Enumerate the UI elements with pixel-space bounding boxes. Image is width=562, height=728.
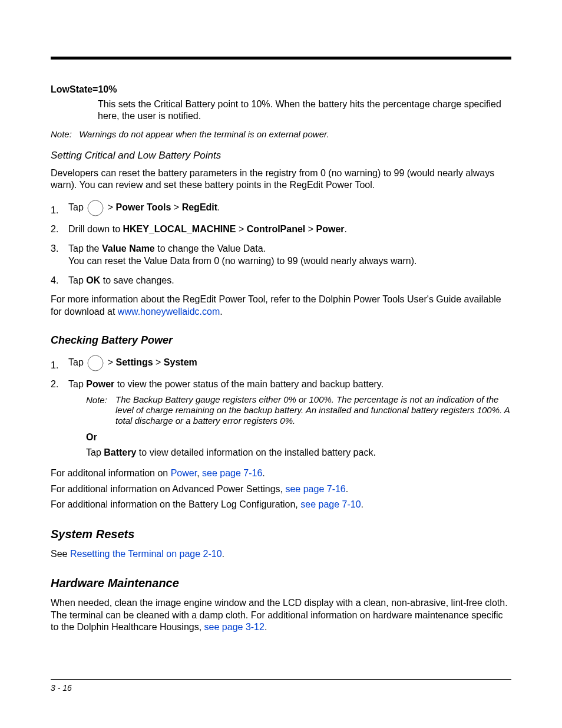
step-text: Tap — [68, 275, 86, 285]
step-sep: > — [153, 357, 164, 367]
link-resetting-terminal[interactable]: Resetting the Terminal on page 2-10 — [70, 549, 222, 559]
step-text: Tap the — [68, 243, 102, 253]
heading-setting-points: Setting Critical and Low Battery Points — [51, 150, 511, 162]
step-end: . — [345, 224, 347, 234]
note-text: Warnings do not appear when the terminal… — [79, 129, 329, 139]
step-sep: > — [236, 224, 247, 234]
para-end: . — [265, 622, 267, 632]
checking-step-1: Tap > Settings > System — [51, 355, 511, 371]
link-honeywell[interactable]: www.honeywellaidc.com — [118, 307, 220, 317]
para-end: . — [220, 307, 222, 317]
backup-battery-note: Note: The Backup Battery gauge registers… — [86, 394, 511, 426]
setting-step-1: Tap > Power Tools > RegEdit. — [51, 200, 511, 216]
para-text: For additional information on Advanced P… — [51, 484, 285, 494]
para-text: See — [51, 549, 70, 559]
info-battery-log: For additional information on the Batter… — [51, 499, 511, 510]
note-label: Note: — [86, 394, 115, 426]
link-page-7-16[interactable]: see page 7-16 — [202, 468, 262, 478]
top-rule — [51, 57, 511, 60]
link-power[interactable]: Power — [171, 468, 197, 478]
info-power: For additonal information on Power, see … — [51, 467, 511, 479]
note-text: The Backup Battery gauge registers eithe… — [115, 394, 511, 426]
step-text: Tap — [68, 379, 86, 389]
para-text: , — [197, 468, 202, 478]
step-bold: Value Name — [102, 243, 155, 253]
step-bold: Settings — [115, 357, 153, 367]
step-bold: ControlPanel — [247, 224, 306, 234]
para-end: . — [262, 468, 265, 478]
page-number: 3 - 16 — [51, 683, 72, 693]
step-bold: Power — [86, 379, 114, 389]
definition-body: This sets the Critical Battery point to … — [98, 98, 511, 122]
setting-step-3: Tap the Value Name to change the Value D… — [51, 242, 511, 268]
setting-more-info: For more information about the RegEdit P… — [51, 294, 511, 318]
windows-start-icon — [87, 355, 104, 371]
step-end: to view the power status of the main bat… — [114, 379, 384, 389]
step-text: You can reset the Value Data from 0 (no … — [68, 256, 416, 266]
step-text: Tap — [68, 357, 86, 367]
or-label: Or — [86, 431, 511, 444]
link-page-3-12[interactable]: see page 3-12 — [204, 622, 265, 632]
heading-system-resets: System Resets — [51, 528, 511, 541]
checking-steps: Tap > Settings > System Tap Power to vie… — [51, 355, 511, 459]
page-footer: 3 - 16 — [51, 679, 511, 693]
para-text: When needed, clean the image engine wind… — [51, 598, 508, 632]
para-end: . — [361, 499, 363, 509]
heading-checking-battery: Checking Battery Power — [51, 334, 511, 347]
info-advanced-power: For additional information on Advanced P… — [51, 483, 511, 495]
step-sep: > — [171, 202, 181, 212]
step-text: to change the Value Data. — [155, 243, 266, 253]
checking-step-2: Tap Power to view the power status of th… — [51, 378, 511, 459]
link-page-7-10[interactable]: see page 7-10 — [300, 499, 361, 509]
step-bold: System — [164, 357, 197, 367]
step-bold: Power — [316, 224, 345, 234]
heading-hardware-maintenance: Hardware Maintenance — [51, 577, 511, 590]
svg-point-1 — [88, 355, 103, 371]
step-sep: > — [105, 357, 115, 367]
step-text: Tap — [68, 202, 86, 212]
para-text: For additional information on the Batter… — [51, 499, 300, 509]
or-text: Tap — [86, 447, 104, 457]
definition-term: LowState=10% — [51, 84, 511, 95]
para-end: . — [346, 484, 348, 494]
para-text: For additonal information on — [51, 468, 171, 478]
step-bold: Power Tools — [115, 202, 171, 212]
setting-step-2: Drill down to HKEY_LOCAL_MACHINE > Contr… — [51, 223, 511, 236]
step-bold: RegEdit — [182, 202, 217, 212]
setting-steps: Tap > Power Tools > RegEdit. Drill down … — [51, 200, 511, 286]
setting-intro: Developers can reset the battery paramet… — [51, 167, 511, 192]
or-body: Tap Battery to view detailed information… — [86, 447, 511, 459]
step-bold: HKEY_LOCAL_MACHINE — [123, 224, 236, 234]
step-sep: > — [105, 202, 115, 212]
note-external-power: Note: Warnings do not appear when the te… — [51, 129, 511, 139]
or-end: to view detailed information on the inst… — [136, 447, 375, 457]
step-end: to save changes. — [100, 275, 174, 285]
step-sep: > — [305, 224, 316, 234]
windows-start-icon — [87, 200, 104, 216]
system-resets-para: See Resetting the Terminal on page 2-10. — [51, 548, 511, 560]
para-end: . — [222, 549, 224, 559]
or-block: Or Tap Battery to view detailed informat… — [86, 431, 511, 459]
note-label: Note: — [51, 129, 77, 139]
hardware-maintenance-para: When needed, clean the image engine wind… — [51, 597, 511, 633]
step-end: . — [217, 202, 220, 212]
or-bold: Battery — [104, 447, 136, 457]
step-bold: OK — [86, 275, 100, 285]
setting-step-4: Tap OK to save changes. — [51, 274, 511, 287]
svg-point-0 — [88, 200, 103, 216]
link-page-7-16[interactable]: see page 7-16 — [285, 484, 345, 494]
step-text: Drill down to — [68, 224, 123, 234]
